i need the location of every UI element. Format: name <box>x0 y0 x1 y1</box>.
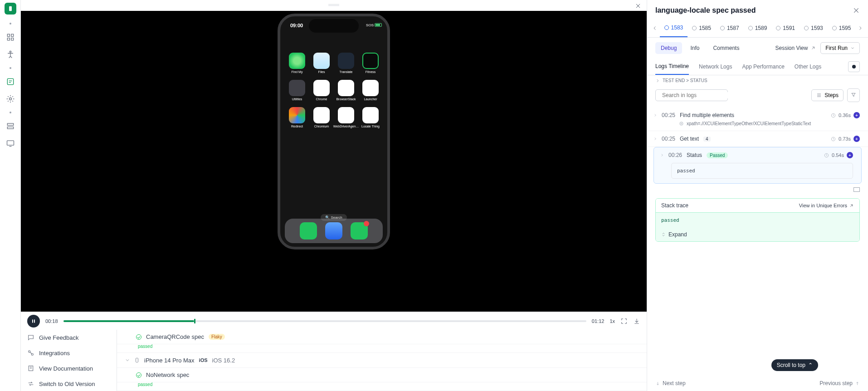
expand-icon[interactable]: + <box>853 112 860 118</box>
filter-button[interactable] <box>847 88 860 102</box>
step-nav: Next step Previous step <box>655 380 860 386</box>
run-1595[interactable]: 1595 <box>828 19 856 37</box>
phone-app-icon <box>300 222 317 239</box>
tab-app-perf[interactable]: App Performance <box>742 59 784 74</box>
download-icon[interactable] <box>633 318 640 325</box>
svg-point-20 <box>681 123 682 124</box>
tab-network-logs[interactable]: Network Logs <box>699 59 732 74</box>
test-name: NoNetwork spec <box>146 371 189 378</box>
app-locale-thing: Locale Thing <box>361 107 380 128</box>
svg-rect-6 <box>7 78 13 84</box>
speed-control[interactable]: 1x <box>610 318 615 324</box>
collapse-icon[interactable] <box>853 187 860 192</box>
test-row-camera-status: passed <box>117 340 647 353</box>
status-passed-icon <box>136 372 141 378</box>
runs-prev[interactable] <box>650 19 660 37</box>
left-actions-panel: Give Feedback Integrations View Document… <box>21 330 117 391</box>
tab-logs-timeline[interactable]: Logs Timeline <box>655 59 689 75</box>
current-time: 00:18 <box>45 318 58 324</box>
rail-separator-2 <box>10 67 11 69</box>
svg-rect-0 <box>9 6 12 11</box>
monitor-icon[interactable] <box>6 139 15 148</box>
run-1583[interactable]: 1583 <box>660 19 688 37</box>
search-field[interactable] <box>662 92 730 98</box>
passed-pill: Passed <box>707 152 728 158</box>
layers-icon[interactable] <box>6 122 15 131</box>
tests-icon[interactable] <box>6 77 15 86</box>
home-icon[interactable] <box>6 33 15 42</box>
brand-logo[interactable] <box>5 3 16 15</box>
run-1589[interactable]: 1589 <box>744 19 772 37</box>
run-1585[interactable]: 1585 <box>688 19 716 37</box>
pause-button[interactable] <box>27 315 40 327</box>
seek-bar[interactable] <box>63 320 586 322</box>
expand-icon[interactable]: + <box>853 136 860 142</box>
prev-step[interactable]: Previous step <box>819 380 860 386</box>
view-unique-errors[interactable]: View in Unique Errors <box>799 203 854 208</box>
svg-rect-2 <box>11 34 13 36</box>
app-fitness: Fitness <box>361 53 380 73</box>
log-row-find-elements[interactable]: 00:25 Find multiple elements 0.36s+ xpat… <box>647 108 868 131</box>
video-preview: 09:00 SOS Find MyFilesTranslateFitnessUt… <box>21 11 647 312</box>
tab-info[interactable]: Info <box>685 42 705 54</box>
total-time: 01:12 <box>592 318 605 324</box>
device-name: iPhone 14 Pro Max <box>144 357 195 364</box>
run-1593[interactable]: 1593 <box>800 19 828 37</box>
svg-point-19 <box>680 122 683 125</box>
dynamic-island <box>309 19 359 33</box>
svg-rect-16 <box>136 358 138 362</box>
record-icon[interactable] <box>848 61 860 72</box>
caret-icon <box>660 153 664 157</box>
integrations[interactable]: Integrations <box>21 345 117 361</box>
close-icon[interactable] <box>635 3 641 9</box>
search-input[interactable] <box>655 89 728 101</box>
target-icon <box>679 121 684 126</box>
run-1591[interactable]: 1591 <box>771 19 800 37</box>
device-frame: 09:00 SOS Find MyFilesTranslateFitnessUt… <box>278 14 390 249</box>
svg-rect-12 <box>34 319 35 323</box>
close-panel-icon[interactable] <box>853 7 860 14</box>
nav-rail <box>0 0 21 391</box>
log-list: 00:25 Find multiple elements 0.36s+ xpat… <box>647 108 868 391</box>
device-row[interactable]: iPhone 14 Pro Max iOS iOS 16.2 <box>117 353 647 368</box>
app-launcher: Launcher <box>361 80 380 101</box>
app-chromium: Chromium <box>312 107 332 128</box>
log-row-status[interactable]: 00:26 Status Passed 0.54s+ passed <box>653 147 862 184</box>
svg-point-7 <box>9 98 11 100</box>
run-selector[interactable]: First Run <box>820 42 860 54</box>
drag-handle[interactable] <box>21 0 647 11</box>
fullscreen-icon[interactable] <box>620 318 628 325</box>
view-docs[interactable]: View Documentation <box>21 361 117 376</box>
app-utilities: Utilities <box>287 80 307 101</box>
scroll-to-top[interactable]: Scroll to top ⌃ <box>771 359 818 371</box>
tab-comments[interactable]: Comments <box>707 42 745 54</box>
settings-icon[interactable] <box>6 94 15 103</box>
os-badge: iOS <box>199 357 208 363</box>
battery-icon <box>375 23 382 27</box>
os-version: iOS 16.2 <box>212 357 235 364</box>
run-1587[interactable]: 1587 <box>716 19 744 37</box>
give-feedback[interactable]: Give Feedback <box>21 330 117 345</box>
test-list: Give Feedback Integrations View Document… <box>21 330 647 391</box>
dock <box>285 219 383 243</box>
messages-app-icon <box>351 222 368 239</box>
clock-icon <box>824 153 829 158</box>
tab-debug[interactable]: Debug <box>655 42 682 54</box>
runs-next[interactable] <box>855 19 865 37</box>
next-step[interactable]: Next step <box>655 380 686 386</box>
session-view[interactable]: Session View <box>775 45 816 51</box>
accessibility-icon[interactable] <box>6 50 15 59</box>
stack-expand[interactable]: Expand <box>656 228 859 241</box>
svg-rect-4 <box>11 38 13 40</box>
details-panel: language-locale spec passed 158315851587… <box>647 0 868 391</box>
steps-toggle[interactable]: Steps <box>811 89 844 101</box>
app-files: Files <box>312 53 332 73</box>
expand-icon[interactable]: + <box>847 152 853 158</box>
tab-other-logs[interactable]: Other Logs <box>795 59 821 74</box>
app-chrome: Chrome <box>312 80 332 101</box>
log-row-get-text[interactable]: 00:25 Get text 4 0.73s+ <box>647 131 868 147</box>
switch-version[interactable]: Switch to Old Version <box>21 376 117 391</box>
svg-point-5 <box>10 51 11 53</box>
stack-body: passed <box>656 213 859 228</box>
svg-rect-3 <box>7 38 10 40</box>
